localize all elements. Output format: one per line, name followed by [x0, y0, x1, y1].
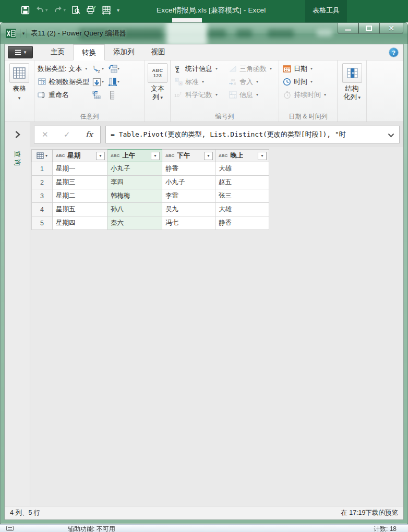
standard-button[interactable]: +× 标准▾	[174, 75, 227, 88]
replace-values-icon: 12	[92, 65, 101, 73]
editor-right-column: ✕ ✓ fx = Table.Pivot(更改的类型, List.Distinc…	[30, 122, 403, 506]
redo-caret-icon[interactable]: ▾	[64, 7, 66, 13]
cell[interactable]: 吴九	[162, 203, 215, 216]
scientific-button[interactable]: 102 科学记数▾	[174, 88, 227, 101]
formula-input[interactable]: = Table.Pivot(更改的类型, List.Distinct(更改的类型…	[105, 126, 400, 143]
date-button[interactable]: 日期▾	[283, 62, 337, 75]
column-header-weekday[interactable]: ABC 星期 ▼	[53, 150, 107, 162]
cell[interactable]: 李四	[107, 176, 162, 189]
column-header-afternoon[interactable]: ABC 下午 ▼	[162, 150, 215, 162]
unpivot-columns-button[interactable]	[92, 91, 108, 99]
queries-pane-label[interactable]: 查询	[13, 151, 22, 167]
caret-down-icon: ▾	[117, 79, 119, 84]
row-number[interactable]: 1	[32, 162, 53, 176]
close-button[interactable]: ✕	[379, 23, 403, 34]
undo-caret-icon[interactable]: ▾	[45, 7, 48, 13]
cell[interactable]: 星期三	[53, 176, 107, 189]
replace-values-button[interactable]: 12 ▾	[92, 65, 108, 73]
table-tools-context-tab[interactable]: 表格工具	[305, 0, 347, 22]
maximize-button[interactable]	[358, 23, 379, 34]
cell[interactable]: 大雄	[215, 162, 269, 176]
convert-to-list-icon	[108, 91, 116, 99]
minimize-icon	[345, 29, 351, 31]
cell[interactable]: 星期一	[53, 162, 107, 176]
tab-add-column[interactable]: 添加列	[105, 44, 143, 60]
caret-down-icon: ▾	[117, 66, 119, 71]
rename-button[interactable]: 重命名	[38, 88, 89, 101]
duration-button[interactable]: 持续时间▾	[283, 88, 337, 101]
cell[interactable]: 静香	[215, 216, 269, 230]
save-icon[interactable]	[21, 6, 30, 15]
redo-icon[interactable]: ▾	[54, 6, 66, 14]
scientific-icon: 102	[174, 91, 183, 99]
cell[interactable]: 小丸子	[162, 176, 215, 189]
cell[interactable]: 韩梅梅	[107, 189, 162, 203]
table-autofit-icon[interactable]	[102, 6, 111, 15]
file-menu-button[interactable]: ▾	[8, 46, 33, 58]
cell[interactable]: 冯七	[162, 216, 215, 230]
tab-view[interactable]: 视图	[143, 44, 174, 60]
qat-customize-icon[interactable]: ▾	[117, 7, 119, 13]
formula-cancel-icon[interactable]: ✕	[42, 130, 49, 139]
abc-label: ABC	[152, 68, 163, 73]
filter-button[interactable]: ▼	[96, 152, 105, 160]
cell[interactable]: 秦六	[107, 216, 162, 230]
row-number[interactable]: 5	[32, 216, 53, 230]
statistics-button[interactable]: x̄σΣ 统计信息▾	[174, 62, 227, 75]
table-button[interactable]: 表格 ▾	[7, 62, 31, 102]
pq-app-icon[interactable]	[6, 29, 16, 38]
window-menu-caret-icon[interactable]: ▾	[20, 29, 27, 38]
cell[interactable]: 大雄	[215, 203, 269, 216]
time-button[interactable]: 时间▾	[283, 75, 337, 88]
formula-expand-icon[interactable]	[388, 131, 394, 139]
column-header-evening[interactable]: ABC 晚上 ▼	[215, 150, 269, 162]
cell[interactable]: 星期二	[53, 189, 107, 203]
formula-confirm-icon[interactable]: ✓	[64, 130, 70, 139]
fill-button[interactable]: ▾	[92, 78, 108, 86]
cell[interactable]: 孙八	[107, 203, 162, 216]
cell[interactable]: 星期五	[53, 203, 107, 216]
filter-button[interactable]: ▼	[151, 152, 160, 160]
cell[interactable]: 星期四	[53, 216, 107, 230]
pivot-column-button[interactable]: ▾	[108, 65, 126, 73]
filter-button[interactable]: ▼	[258, 152, 267, 160]
row-number[interactable]: 2	[32, 176, 53, 189]
cell[interactable]: 赵五	[215, 176, 269, 189]
select-all-corner[interactable]: ▾	[32, 150, 53, 162]
text-type-icon: ABC	[219, 153, 227, 158]
cell-mode-icon	[6, 526, 14, 531]
minimize-button[interactable]	[338, 23, 358, 34]
time-label: 时间	[294, 77, 307, 87]
column-header-morning-selected[interactable]: ABC 上午 ▼	[107, 150, 162, 162]
data-type-button[interactable]: 数据类型: 文本▾	[38, 62, 89, 75]
information-icon: 13	[229, 91, 237, 99]
row-number[interactable]: 3	[32, 189, 53, 203]
tab-home[interactable]: 主页	[42, 44, 73, 60]
expand-queries-pane-button[interactable]	[5, 130, 30, 140]
structured-column-button[interactable]: 结构化列 ▾	[340, 62, 364, 102]
column-name: 星期	[67, 151, 80, 160]
convert-to-list-button[interactable]	[108, 91, 126, 99]
move-button[interactable]: ▾	[108, 78, 126, 86]
tab-transform[interactable]: 转换	[73, 44, 105, 61]
cell[interactable]: 小丸子	[107, 162, 162, 176]
quick-print-icon[interactable]	[86, 6, 96, 15]
trigonometry-button[interactable]: 三角函数▾	[229, 62, 282, 75]
undo-icon[interactable]: ▾	[35, 6, 48, 14]
rounding-button[interactable]: .00.0 舍入▾	[229, 75, 282, 88]
cell[interactable]: 张三	[215, 189, 269, 203]
help-button[interactable]: ?	[389, 48, 398, 57]
text-column-button[interactable]: ABC123 文本列 ▾	[146, 62, 170, 102]
fx-icon[interactable]: fx	[86, 130, 93, 139]
pq-frame: ▾ 主页 转换 添加列 视图 ?	[4, 44, 404, 520]
print-preview-icon[interactable]	[71, 6, 80, 15]
filter-button[interactable]: ▼	[204, 152, 213, 160]
statistics-label: 统计信息	[185, 64, 212, 74]
blur-artifact	[208, 29, 226, 38]
row-number[interactable]: 4	[32, 203, 53, 216]
cell[interactable]: 李雷	[162, 189, 215, 203]
cell[interactable]: 静香	[162, 162, 215, 176]
information-label: 信息	[239, 90, 253, 100]
information-button[interactable]: 13 信息▾	[229, 88, 282, 101]
detect-data-type-button[interactable]: ? 检测数据类型	[38, 75, 89, 88]
